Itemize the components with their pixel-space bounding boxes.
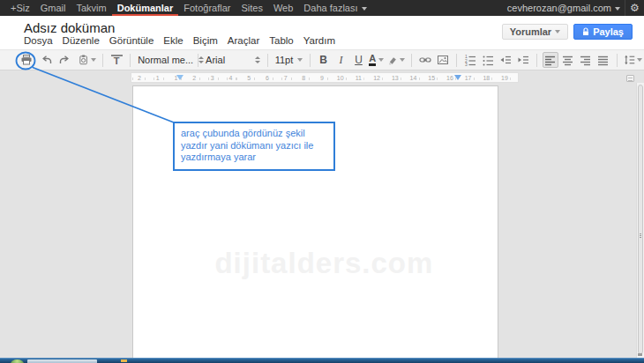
ruler-number: 2 [191, 74, 198, 82]
print-icon [20, 54, 33, 66]
font-size-dropdown[interactable]: 11pt [273, 52, 305, 68]
undo-icon [41, 54, 53, 66]
taskbar-folder-icon[interactable] [121, 359, 127, 362]
text-color-icon: A [369, 55, 376, 66]
topnav-item-web[interactable]: Web [268, 0, 298, 16]
paint-format-button[interactable]: T [109, 52, 124, 68]
align-right-button[interactable] [578, 52, 594, 68]
chevron-down-icon [637, 58, 642, 62]
watermark-text: dijitalders.com [214, 247, 433, 280]
topnav-item--siz[interactable]: +Siz [5, 0, 35, 16]
paint-format-icon: T [111, 55, 123, 66]
underline-icon: U [355, 54, 363, 66]
topnav-item-foto-raflar[interactable]: Fotoğraflar [178, 0, 236, 16]
font-dropdown[interactable]: Arial [203, 52, 263, 68]
scrollbar-thumb[interactable] [638, 85, 643, 354]
chevron-down-icon [555, 30, 560, 33]
bold-button[interactable]: B [315, 52, 331, 68]
align-center-button[interactable] [560, 52, 576, 68]
increase-indent-button[interactable] [515, 52, 531, 68]
account-email[interactable]: cevherozan@gmail.com [507, 3, 625, 13]
comments-indicator-icon[interactable] [626, 75, 634, 82]
web-clipboard-button[interactable] [77, 52, 97, 68]
insert-link-button[interactable] [417, 52, 433, 68]
taskbar-window-button[interactable] [27, 359, 97, 363]
menu-yard-m[interactable]: Yardım [303, 35, 335, 46]
document-title[interactable]: Adsız doküman [24, 20, 115, 35]
ruler-number: 5 [245, 74, 252, 82]
menubar: DosyaDüzenleGörüntüleEkleBiçimAraçlarTab… [24, 35, 345, 46]
scrollbar-grip-icon [640, 233, 641, 239]
paragraph-style-dropdown[interactable]: Normal me... [135, 52, 193, 68]
ruler-number: 6 [264, 74, 271, 82]
settings-gear-button[interactable]: ⚙ [625, 0, 644, 16]
start-orb-icon[interactable] [11, 359, 24, 363]
menu-ara-lar[interactable]: Araçlar [228, 35, 259, 46]
share-button[interactable]: Paylaş [573, 24, 633, 40]
ruler-number: 3 [209, 74, 216, 82]
bold-icon: B [319, 54, 327, 66]
left-indent-marker[interactable] [176, 75, 183, 80]
toolbar-separator [310, 54, 311, 67]
undo-button[interactable] [39, 52, 55, 68]
ruler-number: 2 [136, 74, 143, 82]
chevron-down-icon [378, 58, 384, 62]
menu-d-zenle[interactable]: Düzenle [63, 35, 100, 46]
document-canvas: 2112345678910111213141516171819 dijitald… [0, 70, 644, 358]
numbered-list-button[interactable]: 123 [462, 52, 478, 68]
bulleted-list-button[interactable] [480, 52, 496, 68]
align-right-icon [580, 55, 591, 66]
decrease-indent-button[interactable] [498, 52, 513, 68]
menu-ekle[interactable]: Ekle [163, 35, 183, 46]
ruler-number: 13 [390, 74, 401, 82]
align-left-button[interactable] [543, 52, 558, 68]
menu-dosya[interactable]: Dosya [24, 35, 53, 46]
os-taskbar [0, 358, 644, 363]
comments-button[interactable]: Yorumlar [502, 24, 568, 40]
ruler-number: 4 [228, 74, 235, 82]
italic-button[interactable]: I [333, 52, 348, 68]
chevron-down-icon [297, 58, 303, 62]
redo-icon [58, 54, 71, 66]
numbered-list-icon: 123 [464, 54, 476, 66]
ruler-number: 10 [335, 74, 346, 82]
line-spacing-button[interactable] [623, 52, 643, 68]
highlight-color-button[interactable] [386, 52, 406, 68]
gear-icon: ⚙ [630, 3, 640, 13]
redo-button[interactable] [56, 52, 72, 68]
topnav-item-takvim[interactable]: Takvim [71, 0, 111, 16]
toolbar-separator [198, 54, 198, 67]
increase-indent-icon [517, 54, 529, 66]
menu-bi-im[interactable]: Biçim [193, 35, 218, 46]
align-center-icon [562, 55, 573, 66]
decrease-indent-icon [499, 54, 512, 66]
chevron-down-icon [400, 58, 405, 62]
menu-tablo[interactable]: Tablo [269, 35, 294, 46]
chevron-down-icon [615, 7, 620, 11]
right-indent-marker[interactable] [454, 75, 461, 80]
ruler-number: 14 [408, 74, 419, 82]
text-color-button[interactable]: A [368, 52, 384, 68]
menu-g-r-nt-le[interactable]: Görüntüle [109, 35, 154, 46]
underline-button[interactable]: U [350, 52, 366, 68]
topnav-item-gmail[interactable]: Gmail [35, 0, 71, 16]
header-buttons: Yorumlar Paylaş [502, 24, 633, 40]
topnav-item-daha-fazlas-[interactable]: Daha fazlası [298, 0, 371, 16]
insert-image-button[interactable] [435, 52, 451, 68]
ruler-number: 1 [154, 74, 161, 82]
topnav-item-dok-manlar[interactable]: Dokümanlar [112, 0, 179, 16]
scrollbar-end-cap [638, 353, 642, 356]
justify-button[interactable] [595, 52, 611, 68]
print-button[interactable] [19, 52, 34, 68]
justify-icon [597, 55, 609, 66]
horizontal-ruler: 2112345678910111213141516171819 [131, 72, 519, 83]
toolbar-separator [102, 54, 103, 67]
topnav-item-sites[interactable]: Sites [236, 0, 267, 16]
ruler-number: 17 [463, 74, 474, 82]
toolbar-separator [411, 54, 412, 67]
vertical-scrollbar[interactable] [636, 83, 644, 358]
ruler-number: 12 [371, 74, 382, 82]
italic-icon: I [339, 54, 342, 67]
google-docs-window: +SizGmailTakvimDokümanlarFotoğraflarSite… [0, 0, 644, 363]
annotation-callout: araç çubunda gördünüz şekil yazdır yani … [173, 122, 335, 171]
